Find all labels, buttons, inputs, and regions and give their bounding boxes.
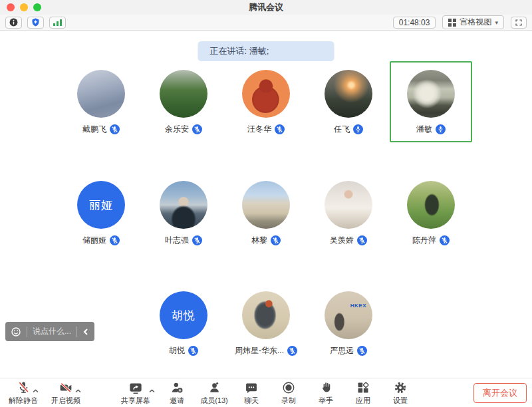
participant-tile-余乐安[interactable]: 余乐安: [142, 61, 225, 142]
mic-status-icon: [188, 346, 198, 356]
avatar: HKEX: [325, 291, 372, 339]
mic-status-icon: [357, 235, 367, 245]
members-button[interactable]: 成员(13): [198, 378, 231, 407]
video-options-chevron[interactable]: [75, 384, 81, 396]
participant-tile-潘敏[interactable]: 潘敏: [390, 61, 472, 142]
avatar: [160, 70, 207, 118]
chat-bubble-icon: [245, 382, 258, 394]
avatar: [242, 291, 290, 339]
bottom-toolbar: 解除静音 开启视频 共享屏幕: [0, 378, 532, 407]
info-icon: [9, 17, 19, 27]
zoom-window-button[interactable]: [33, 3, 41, 11]
gallery-area: 正在讲话: 潘敏; 戴鹏飞 余乐安: [0, 31, 532, 378]
avatar: [242, 181, 290, 229]
members-icon: [207, 381, 221, 394]
participant-name: 任飞: [334, 124, 350, 135]
participant-tile-汪冬华[interactable]: 汪冬华: [225, 61, 307, 142]
share-screen-label: 共享屏幕: [121, 396, 150, 406]
avatar: [407, 70, 455, 118]
avatar-initials: 丽娅: [89, 198, 113, 213]
start-video-button[interactable]: 开启视频: [49, 378, 82, 407]
participant-name: 戴鹏飞: [82, 124, 106, 135]
view-mode-label: 宫格视图: [460, 17, 491, 28]
audio-options-chevron[interactable]: [33, 384, 39, 396]
mic-status-icon: [271, 235, 281, 245]
avatar: [325, 181, 372, 229]
meeting-timer: 01:48:03: [393, 17, 436, 29]
avatar: [325, 70, 372, 118]
fullscreen-icon: [515, 19, 523, 27]
share-screen-icon: [128, 382, 143, 394]
invite-person-icon: [170, 381, 184, 394]
participant-tile-叶志强[interactable]: 叶志强: [142, 172, 225, 253]
participant-name: 严思远: [330, 345, 354, 356]
participant-tile-戴鹏飞[interactable]: 戴鹏飞: [60, 61, 142, 142]
network-status-button[interactable]: [49, 17, 66, 29]
security-button[interactable]: [27, 17, 44, 29]
participant-tile-吴羡娇[interactable]: 吴羡娇: [307, 172, 390, 253]
avatar: [77, 70, 125, 118]
start-video-label: 开启视频: [51, 396, 80, 406]
invite-button[interactable]: 邀请: [160, 378, 194, 407]
participant-tile-陈丹萍[interactable]: 陈丹萍: [390, 172, 472, 253]
apps-icon: [356, 381, 370, 394]
close-window-button[interactable]: [7, 3, 15, 11]
apps-button[interactable]: 应用: [346, 378, 380, 407]
mic-status-icon: [357, 346, 367, 356]
participant-tile-任飞[interactable]: 任飞: [307, 61, 390, 142]
record-button[interactable]: 录制: [272, 378, 305, 407]
participant-name: 余乐安: [165, 124, 189, 135]
participant-name: 潘敏: [416, 124, 432, 135]
chevron-down-icon: ▾: [495, 19, 498, 26]
chat-input[interactable]: 说点什么...: [33, 326, 71, 337]
participant-name: 陈丹萍: [412, 235, 436, 246]
participant-tile-储丽娅[interactable]: 丽娅 储丽娅: [60, 172, 142, 253]
settings-gear-icon: [394, 381, 407, 394]
avatar: [407, 181, 455, 229]
unmute-button[interactable]: 解除静音: [7, 378, 40, 407]
avatar: 胡悦: [160, 291, 207, 339]
chat-button[interactable]: 聊天: [235, 378, 268, 407]
view-mode-dropdown[interactable]: 宫格视图 ▾: [442, 15, 504, 29]
chat-quick-bar[interactable]: 说点什么...: [5, 322, 94, 341]
participant-tile-林黎[interactable]: 林黎: [225, 172, 307, 253]
fullscreen-button[interactable]: [511, 17, 527, 29]
participant-tile-严思远[interactable]: HKEX 严思远: [307, 283, 390, 364]
chat-label: 聊天: [244, 396, 259, 406]
share-options-chevron[interactable]: [149, 384, 155, 396]
participant-name: 林黎: [251, 235, 267, 246]
share-screen-button[interactable]: 共享屏幕: [115, 378, 156, 407]
members-label: 成员(13): [200, 396, 228, 406]
participant-name: 储丽娅: [82, 235, 106, 246]
leave-meeting-button[interactable]: 离开会议: [473, 383, 527, 403]
active-speaker-banner: 正在讲话: 潘敏;: [198, 41, 334, 61]
network-signal-icon: [53, 18, 63, 27]
grid-view-icon: [448, 19, 456, 27]
participant-tile-胡悦[interactable]: 胡悦 胡悦: [142, 283, 225, 364]
participant-name: 吴羡娇: [330, 235, 354, 246]
raise-hand-icon: [320, 381, 332, 394]
collapse-chat-icon[interactable]: [82, 328, 89, 336]
raise-hand-button[interactable]: 举手: [309, 378, 342, 407]
mic-status-icon: [440, 235, 450, 245]
emoji-icon[interactable]: [11, 327, 21, 337]
participant-name: 汪冬华: [247, 124, 271, 135]
minimize-window-button[interactable]: [20, 3, 28, 11]
raise-hand-label: 举手: [319, 396, 333, 406]
participant-row-2: 丽娅 储丽娅 叶志强: [0, 172, 532, 253]
invite-label: 邀请: [170, 396, 184, 406]
participant-name: 周炜星-华东...: [235, 345, 284, 356]
participant-row-1: 戴鹏飞 余乐安: [0, 61, 532, 142]
meeting-window: 腾讯会议 01:48:03 宫格视图 ▾ 正在讲话: 潘敏;: [0, 0, 532, 407]
record-label: 录制: [281, 396, 296, 406]
mic-status-icon: [192, 124, 202, 134]
meeting-info-button[interactable]: [5, 17, 22, 29]
participant-tile-周炜星-华东...[interactable]: 周炜星-华东...: [225, 283, 307, 364]
settings-button[interactable]: 设置: [384, 378, 417, 407]
camera-off-icon: [59, 381, 73, 394]
top-toolbar: 01:48:03 宫格视图 ▾: [0, 15, 532, 31]
titlebar: 腾讯会议: [0, 0, 532, 15]
participant-name: 叶志强: [165, 235, 189, 246]
microphone-muted-icon: [17, 380, 31, 394]
unmute-label: 解除静音: [9, 396, 38, 406]
